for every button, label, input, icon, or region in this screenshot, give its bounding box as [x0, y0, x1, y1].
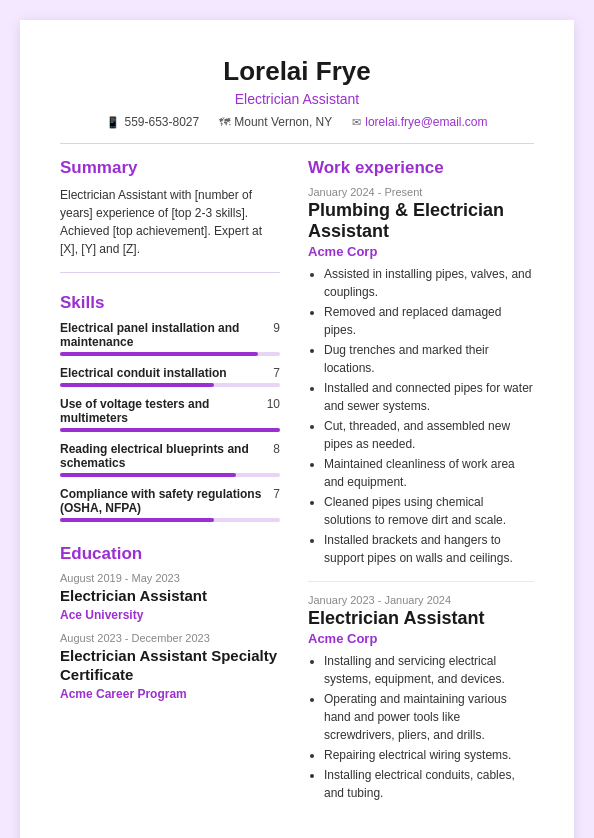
edu-date: August 2023 - December 2023: [60, 632, 280, 644]
skill-header: Reading electrical blueprints and schema…: [60, 442, 280, 470]
header-name: Lorelai Frye: [60, 56, 534, 87]
skill-score: 8: [273, 442, 280, 456]
work-item: January 2023 - January 2024 Electrician …: [308, 594, 534, 802]
skill-item: Electrical conduit installation 7: [60, 366, 280, 387]
summary-divider: [60, 272, 280, 273]
skill-bar-fill: [60, 473, 236, 477]
skills-section: Skills Electrical panel installation and…: [60, 293, 280, 522]
education-section: Education August 2019 - May 2023 Electri…: [60, 544, 280, 701]
skill-score: 10: [267, 397, 280, 411]
skill-name: Compliance with safety regulations (OSHA…: [60, 487, 273, 515]
work-divider: [308, 581, 534, 582]
work-bullets: Assisted in installing pipes, valves, an…: [308, 265, 534, 567]
skill-name: Electrical panel installation and mainte…: [60, 321, 273, 349]
work-title-heading: Work experience: [308, 158, 534, 178]
work-bullet: Installing electrical conduits, cables, …: [324, 766, 534, 802]
edu-degree: Electrician Assistant: [60, 586, 280, 606]
summary-section: Summary Electrician Assistant with [numb…: [60, 158, 280, 273]
skill-bar-bg: [60, 473, 280, 477]
header: Lorelai Frye Electrician Assistant 📱 559…: [60, 56, 534, 129]
header-contact: 📱 559-653-8027 🗺 Mount Vernon, NY ✉ lore…: [60, 115, 534, 129]
right-column: Work experience January 2024 - Present P…: [308, 158, 534, 816]
contact-email: ✉ lorelai.frye@email.com: [352, 115, 487, 129]
skill-score: 7: [273, 487, 280, 501]
skill-bar-fill: [60, 383, 214, 387]
work-job-title: Electrician Assistant: [308, 608, 534, 629]
work-company: Acme Corp: [308, 631, 534, 646]
skill-item: Compliance with safety regulations (OSHA…: [60, 487, 280, 522]
skill-header: Compliance with safety regulations (OSHA…: [60, 487, 280, 515]
work-item: January 2024 - Present Plumbing & Electr…: [308, 186, 534, 582]
work-bullet: Assisted in installing pipes, valves, an…: [324, 265, 534, 301]
skill-item: Use of voltage testers and multimeters 1…: [60, 397, 280, 432]
skill-bar-fill: [60, 428, 280, 432]
education-item: August 2019 - May 2023 Electrician Assis…: [60, 572, 280, 622]
location-icon: 🗺: [219, 116, 230, 128]
resume-container: Lorelai Frye Electrician Assistant 📱 559…: [20, 20, 574, 838]
work-list: January 2024 - Present Plumbing & Electr…: [308, 186, 534, 802]
work-bullet: Repairing electrical wiring systems.: [324, 746, 534, 764]
header-title: Electrician Assistant: [60, 91, 534, 107]
phone-icon: 📱: [106, 116, 120, 129]
skill-score: 9: [273, 321, 280, 335]
edu-school: Acme Career Program: [60, 687, 280, 701]
work-bullet: Installing and servicing electrical syst…: [324, 652, 534, 688]
skill-header: Electrical conduit installation 7: [60, 366, 280, 380]
skill-bar-fill: [60, 352, 258, 356]
body-columns: Summary Electrician Assistant with [numb…: [60, 158, 534, 816]
work-bullet: Cleaned pipes using chemical solutions t…: [324, 493, 534, 529]
skill-bar-bg: [60, 352, 280, 356]
work-company: Acme Corp: [308, 244, 534, 259]
education-item: August 2023 - December 2023 Electrician …: [60, 632, 280, 701]
work-bullet: Cut, threaded, and assembled new pipes a…: [324, 417, 534, 453]
skill-name: Reading electrical blueprints and schema…: [60, 442, 273, 470]
work-bullet: Operating and maintaining various hand a…: [324, 690, 534, 744]
summary-text: Electrician Assistant with [number of ye…: [60, 186, 280, 258]
work-date: January 2024 - Present: [308, 186, 534, 198]
summary-title: Summary: [60, 158, 280, 178]
edu-degree: Electrician Assistant Specialty Certific…: [60, 646, 280, 685]
work-bullet: Maintained cleanliness of work area and …: [324, 455, 534, 491]
skill-name: Electrical conduit installation: [60, 366, 227, 380]
work-date: January 2023 - January 2024: [308, 594, 534, 606]
skill-header: Use of voltage testers and multimeters 1…: [60, 397, 280, 425]
work-section: Work experience January 2024 - Present P…: [308, 158, 534, 802]
edu-school: Ace University: [60, 608, 280, 622]
work-bullets: Installing and servicing electrical syst…: [308, 652, 534, 802]
skill-bar-bg: [60, 383, 280, 387]
work-bullet: Dug trenches and marked their locations.: [324, 341, 534, 377]
work-job-title: Plumbing & Electrician Assistant: [308, 200, 534, 242]
education-title: Education: [60, 544, 280, 564]
skill-bar-fill: [60, 518, 214, 522]
contact-location: 🗺 Mount Vernon, NY: [219, 115, 332, 129]
phone-value: 559-653-8027: [124, 115, 199, 129]
left-column: Summary Electrician Assistant with [numb…: [60, 158, 280, 816]
skill-score: 7: [273, 366, 280, 380]
education-list: August 2019 - May 2023 Electrician Assis…: [60, 572, 280, 701]
work-bullet: Removed and replaced damaged pipes.: [324, 303, 534, 339]
skill-bar-bg: [60, 518, 280, 522]
skills-list: Electrical panel installation and mainte…: [60, 321, 280, 522]
contact-phone: 📱 559-653-8027: [106, 115, 199, 129]
work-bullet: Installed and connected pipes for water …: [324, 379, 534, 415]
skill-bar-bg: [60, 428, 280, 432]
location-value: Mount Vernon, NY: [234, 115, 332, 129]
skills-title: Skills: [60, 293, 280, 313]
email-icon: ✉: [352, 116, 361, 129]
skill-item: Reading electrical blueprints and schema…: [60, 442, 280, 477]
skill-header: Electrical panel installation and mainte…: [60, 321, 280, 349]
header-divider: [60, 143, 534, 144]
skill-item: Electrical panel installation and mainte…: [60, 321, 280, 356]
email-value: lorelai.frye@email.com: [365, 115, 487, 129]
skill-name: Use of voltage testers and multimeters: [60, 397, 267, 425]
work-bullet: Installed brackets and hangers to suppor…: [324, 531, 534, 567]
edu-date: August 2019 - May 2023: [60, 572, 280, 584]
